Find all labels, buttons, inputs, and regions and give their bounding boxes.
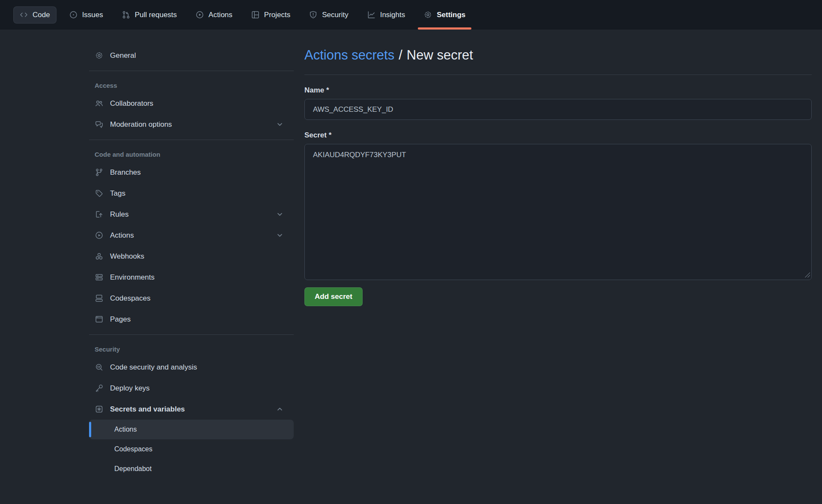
- nav-tab-projects[interactable]: Projects: [243, 0, 298, 30]
- sidebar-divider: [89, 334, 294, 335]
- resize-grip-icon[interactable]: [804, 272, 810, 277]
- add-secret-button[interactable]: Add secret: [304, 287, 363, 306]
- repo-nav-tabs: CodeIssuesPull requestsActionsProjectsSe…: [0, 0, 822, 30]
- nav-tab-pull-requests[interactable]: Pull requests: [114, 0, 185, 30]
- codescan-icon: [95, 363, 104, 371]
- nav-tab-label: Security: [322, 11, 348, 19]
- sidebar-item-codespaces[interactable]: Codespaces: [89, 288, 294, 309]
- nav-tab-actions[interactable]: Actions: [188, 0, 241, 30]
- sidebar-item-label: Code security and analysis: [110, 363, 197, 372]
- sidebar-section-header-code-and-automation: Code and automation: [89, 145, 294, 162]
- chevron-down-icon: [276, 121, 283, 128]
- sidebar-item-collaborators[interactable]: Collaborators: [89, 93, 294, 114]
- nav-tab-label: Pull requests: [135, 11, 177, 19]
- rules-icon: [95, 210, 104, 218]
- name-label: Name *: [304, 86, 812, 95]
- sidebar-divider: [89, 140, 294, 140]
- sidebar-item-label: Branches: [110, 168, 141, 177]
- nav-tab-settings[interactable]: Settings: [416, 0, 474, 30]
- sidebar-item-environments[interactable]: Environments: [89, 267, 294, 288]
- pull-request-icon: [122, 11, 130, 19]
- chevron-down-icon: [276, 232, 283, 239]
- shield-icon: [309, 11, 317, 19]
- sidebar-subitem-codespaces[interactable]: Codespaces: [89, 439, 294, 459]
- repo-nav: CodeIssuesPull requestsActionsProjectsSe…: [0, 0, 822, 30]
- sidebar-subitem-label: Codespaces: [114, 445, 152, 453]
- sidebar-subitem-actions[interactable]: Actions: [89, 420, 294, 439]
- code-icon: [20, 11, 28, 19]
- sidebar-item-label: Collaborators: [110, 99, 153, 108]
- sidebar-item-pages[interactable]: Pages: [89, 309, 294, 330]
- chevron-down-icon: [276, 211, 283, 218]
- codespaces-icon: [95, 294, 104, 302]
- git-branch-icon: [95, 168, 104, 176]
- sidebar-item-label: General: [110, 51, 136, 60]
- secret-textarea-wrap: AKIAUD4RQDYF73KY3PUT: [304, 144, 812, 280]
- sidebar-subitem-dependabot[interactable]: Dependabot: [89, 459, 294, 479]
- sidebar-divider: [89, 71, 294, 71]
- secret-label: Secret *: [304, 131, 812, 140]
- comment-discussion-icon: [95, 120, 104, 128]
- gear-icon: [424, 11, 432, 19]
- sidebar-item-label: Rules: [110, 210, 128, 219]
- sidebar-item-label: Secrets and variables: [110, 405, 185, 414]
- nav-tab-label: Insights: [380, 11, 405, 19]
- sidebar-item-label: Actions: [110, 231, 134, 240]
- nav-tab-label: Projects: [264, 11, 290, 19]
- nav-tab-label: Settings: [437, 11, 465, 19]
- sidebar-item-label: Webhooks: [110, 252, 144, 261]
- sidebar-item-label: Codespaces: [110, 294, 151, 303]
- nav-tab-issues[interactable]: Issues: [61, 0, 111, 30]
- sidebar-item-webhooks[interactable]: Webhooks: [89, 246, 294, 267]
- sidebar-item-moderation-options[interactable]: Moderation options: [89, 114, 294, 135]
- people-icon: [95, 99, 104, 107]
- server-icon: [95, 273, 104, 281]
- nav-tab-insights[interactable]: Insights: [359, 0, 414, 30]
- sidebar-item-label: Pages: [110, 315, 131, 324]
- page-title: Actions secrets/New secret: [304, 48, 812, 63]
- asterisk-box-icon: [95, 405, 104, 413]
- sidebar-item-label: Deploy keys: [110, 384, 150, 393]
- chevron-up-icon: [276, 406, 283, 413]
- browser-icon: [95, 315, 104, 323]
- breadcrumb-separator: /: [399, 48, 402, 63]
- sidebar-item-label: Moderation options: [110, 120, 172, 129]
- tag-icon: [95, 189, 104, 197]
- sidebar-item-general[interactable]: General: [89, 45, 294, 66]
- sidebar-item-code-security-and-analysis[interactable]: Code security and analysis: [89, 357, 294, 378]
- sidebar-item-deploy-keys[interactable]: Deploy keys: [89, 378, 294, 399]
- sidebar-subitem-label: Dependabot: [114, 465, 152, 473]
- sidebar-item-label: Tags: [110, 189, 125, 198]
- play-icon: [196, 11, 204, 19]
- sidebar-item-actions[interactable]: Actions: [89, 225, 294, 246]
- issue-icon: [69, 11, 77, 19]
- title-divider: [304, 75, 812, 75]
- sidebar-item-rules[interactable]: Rules: [89, 204, 294, 225]
- secret-name-input[interactable]: [304, 99, 812, 120]
- breadcrumb-current: New secret: [407, 48, 473, 63]
- sidebar-section-header-security: Security: [89, 340, 294, 357]
- secret-value-textarea[interactable]: AKIAUD4RQDYF73KY3PUT: [304, 144, 812, 280]
- sidebar-item-branches[interactable]: Branches: [89, 162, 294, 183]
- main-content: Actions secrets/New secret Name * Secret…: [304, 30, 812, 306]
- key-icon: [95, 384, 104, 392]
- sidebar-item-tags[interactable]: Tags: [89, 183, 294, 204]
- project-icon: [251, 11, 259, 19]
- sidebar-subitem-label: Actions: [114, 426, 137, 433]
- sidebar-item-label: Environments: [110, 273, 155, 282]
- play-icon: [95, 231, 104, 239]
- sidebar-item-secrets-and-variables[interactable]: Secrets and variables: [89, 399, 294, 420]
- nav-tab-label: Actions: [208, 11, 232, 19]
- actions-secrets-link[interactable]: Actions secrets: [304, 48, 394, 63]
- sidebar-section-header-access: Access: [89, 76, 294, 93]
- nav-tab-code[interactable]: Code: [11, 0, 59, 30]
- settings-sidebar: GeneralAccessCollaboratorsModeration opt…: [89, 30, 294, 479]
- gear-icon: [95, 51, 104, 60]
- nav-tab-label: Issues: [82, 11, 103, 19]
- nav-tab-label: Code: [33, 11, 50, 19]
- graph-icon: [367, 11, 375, 19]
- webhook-icon: [95, 252, 104, 260]
- nav-tab-security[interactable]: Security: [301, 0, 356, 30]
